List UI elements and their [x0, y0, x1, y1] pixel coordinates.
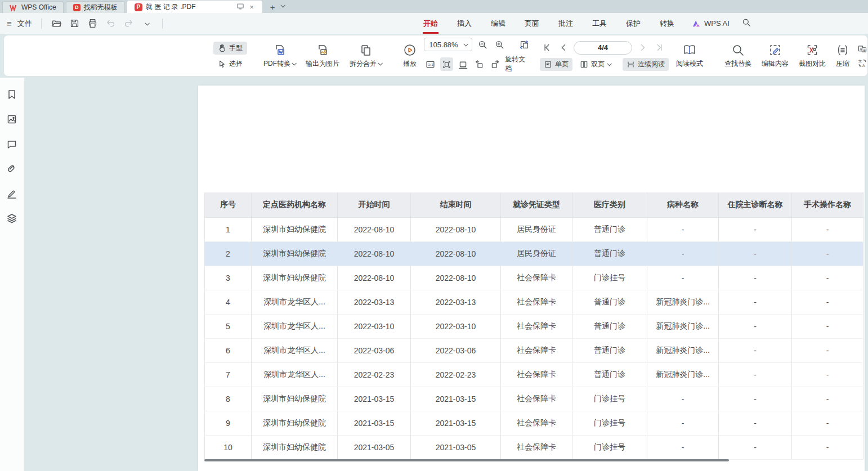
table-cell: 3 — [204, 266, 252, 290]
table-header-cell: 序号 — [204, 192, 252, 217]
continuous-read-label: 连续阅读 — [638, 60, 665, 69]
compress-button[interactable]: 压缩 — [831, 42, 854, 70]
svg-text:1:1: 1:1 — [428, 62, 433, 66]
page-number-input[interactable] — [574, 41, 632, 55]
rotate-left-button[interactable] — [473, 57, 486, 71]
full-translate-button[interactable]: A 字 全文翻译 — [858, 44, 868, 53]
menu-item-insert[interactable]: 插入 — [448, 14, 481, 33]
zoom-level-select[interactable]: 105.88% — [424, 38, 472, 51]
redo-button[interactable] — [123, 17, 135, 30]
table-row: 2深圳市妇幼保健院2022-08-102022-08-10居民身份证普通门诊--… — [204, 242, 863, 266]
table-cell: 2022-03-06 — [338, 339, 411, 362]
table-cell: 社会保障卡 — [501, 290, 572, 314]
menu-item-annotate[interactable]: 批注 — [549, 14, 583, 33]
menu-item-page[interactable]: 页面 — [515, 14, 549, 33]
signature-icon[interactable] — [6, 188, 19, 200]
rotate-doc-label[interactable]: 旋转文档 — [505, 55, 531, 74]
table-horizontal-scrollbar[interactable] — [204, 459, 729, 461]
play-button[interactable]: 播放 — [398, 42, 422, 70]
single-page-icon — [544, 60, 552, 69]
table-cell: 2022-03-13 — [411, 290, 501, 314]
table-cell: 社会保障卡 — [501, 363, 572, 387]
read-mode-button[interactable]: 阅读模式 — [671, 42, 708, 70]
table-cell: - — [792, 436, 863, 459]
select-tool-button[interactable]: 选择 — [213, 57, 247, 70]
find-replace-button[interactable]: 查找替换 — [719, 42, 757, 70]
close-tab-icon[interactable]: × — [248, 3, 255, 11]
document-canvas[interactable]: 序号定点医药机构名称开始时间结束时间就诊凭证类型医疗类别病种名称住院主诊断名称手… — [25, 78, 868, 471]
file-menu[interactable]: 文件 — [17, 19, 32, 29]
tab-wps-office-label: WPS Office — [21, 3, 56, 11]
table-cell: - — [719, 218, 792, 241]
export-image-button[interactable]: 输出为图片 — [301, 42, 344, 70]
wps-logo-icon — [10, 4, 18, 11]
zoom-in-button[interactable] — [493, 38, 506, 51]
pdf-convert-button[interactable]: PDF转换 — [258, 42, 301, 70]
rotate-doc-icon[interactable] — [517, 38, 531, 51]
new-tab-button[interactable]: + — [270, 2, 275, 13]
attachment-icon[interactable] — [6, 163, 19, 176]
edit-content-label: 编辑内容 — [762, 59, 789, 69]
chevron-down-icon — [463, 42, 468, 46]
table-header-cell: 结束时间 — [411, 192, 501, 217]
save-button[interactable] — [69, 17, 81, 30]
tab-wps-office[interactable]: WPS Office — [2, 1, 64, 13]
single-page-label: 单页 — [555, 60, 569, 69]
word-translate-icon: 文 A — [858, 59, 867, 68]
last-page-button[interactable] — [652, 41, 666, 55]
split-merge-button[interactable]: 拆分合并 — [344, 42, 387, 70]
table-cell: - — [647, 266, 719, 290]
table-cell: - — [719, 315, 792, 338]
find-replace-label: 查找替换 — [724, 59, 751, 69]
double-page-button[interactable]: 双页 — [576, 58, 615, 71]
prev-page-button[interactable] — [557, 41, 570, 55]
hand-tool-button[interactable]: 手型 — [213, 42, 247, 55]
tab-docer[interactable]: D 找稻壳模板 — [66, 1, 125, 13]
zoom-out-button[interactable] — [476, 38, 489, 51]
table-cell: 深圳市龙华区人... — [252, 290, 338, 314]
table-cell: 2 — [204, 242, 252, 266]
menu-item-convert[interactable]: 转换 — [650, 14, 684, 33]
menu-item-edit[interactable]: 编辑 — [481, 14, 515, 33]
menu-item-protect[interactable]: 保护 — [616, 14, 650, 33]
rotate-right-button[interactable] — [489, 57, 502, 71]
print-button[interactable] — [87, 17, 99, 30]
table-header-row: 序号定点医药机构名称开始时间结束时间就诊凭证类型医疗类别病种名称住院主诊断名称手… — [204, 192, 863, 218]
fit-page-button[interactable] — [440, 57, 453, 71]
open-file-button[interactable] — [51, 17, 63, 30]
wps-ai-button[interactable]: WPS AI — [692, 19, 730, 28]
menu-item-home[interactable]: 开始 — [414, 14, 448, 33]
fit-width-button[interactable] — [457, 57, 469, 71]
next-page-button[interactable] — [636, 41, 649, 55]
chevron-down-icon — [292, 61, 296, 65]
word-translate-button[interactable]: 文 A 划词翻译 — [858, 58, 868, 68]
tab-list-chevron-icon[interactable] — [281, 0, 284, 10]
wps-ai-icon — [692, 20, 701, 28]
screenshot-compare-button[interactable]: 截图对比 — [794, 42, 831, 70]
table-cell: 新冠肺炎门诊... — [647, 315, 719, 338]
table-cell: 居民身份证 — [501, 218, 572, 241]
edit-content-button[interactable]: 编辑内容 — [757, 42, 794, 70]
layers-icon[interactable] — [6, 213, 19, 225]
tab-document[interactable]: P 就 医 记 录 .PDF × — [127, 1, 262, 13]
menu-search-icon[interactable] — [742, 18, 751, 29]
thumbnail-icon[interactable] — [6, 114, 19, 126]
comment-icon[interactable] — [6, 138, 19, 151]
undo-button[interactable] — [105, 17, 117, 30]
table-cell: 普通门诊 — [572, 339, 647, 362]
single-page-button[interactable]: 单页 — [540, 58, 572, 71]
table-row: 10深圳市妇幼保健院2021-03-052021-03-05社会保障卡门诊挂号-… — [204, 436, 863, 460]
quickbar-chevron-icon[interactable] — [141, 17, 153, 30]
actual-size-button[interactable]: 1:1 — [424, 57, 437, 71]
monitor-icon[interactable] — [236, 3, 245, 11]
continuous-read-button[interactable]: 连续阅读 — [623, 58, 669, 71]
table-cell: 深圳市妇幼保健院 — [252, 218, 338, 241]
table-cell: 2022-08-10 — [338, 266, 411, 290]
table-cell: - — [647, 218, 719, 241]
bookmark-icon[interactable] — [6, 89, 19, 101]
edit-content-icon — [768, 43, 782, 57]
chevron-down-icon — [378, 61, 382, 65]
menu-item-tools[interactable]: 工具 — [583, 14, 616, 33]
table-cell: - — [792, 290, 863, 314]
first-page-button[interactable] — [540, 41, 553, 55]
